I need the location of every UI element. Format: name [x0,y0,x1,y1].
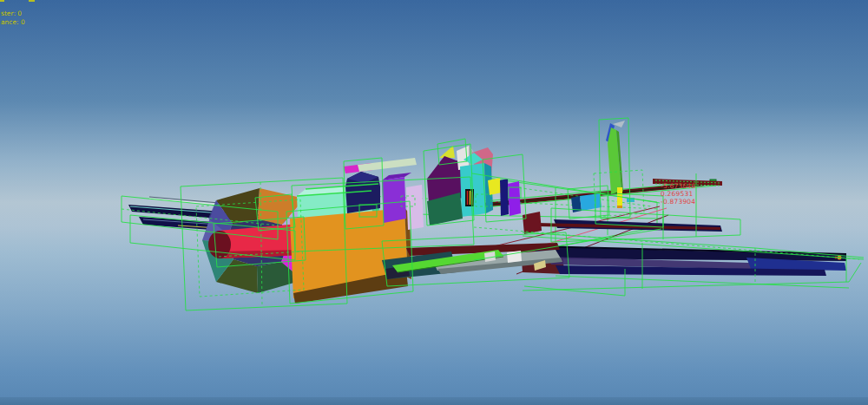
yellow-box [488,178,502,195]
coord-y: 0.269531 [661,190,693,198]
3d-viewport[interactable]: ster: 0ance: 0 -5.6736460.269531-0.87390… [0,0,868,405]
debug-line-1: ster: 0 [1,10,22,17]
debug-text-clipped [0,0,4,2]
navy-box [500,179,509,216]
debug-text-clipped [29,0,35,2]
sea-bottom-strip [0,397,868,405]
spinner-cap [208,231,231,258]
debug-text-overlay: ster: 0ance: 0 [1,10,25,26]
violet-box [382,177,406,223]
debug-line-2: ance: 0 [1,18,25,26]
coord-z: -0.873904 [661,198,695,206]
lavender-box [406,185,424,230]
aircraft-damage-model-scene [0,0,868,405]
bright-violet-box [508,181,521,216]
coordinate-annotation: -5.6736460.269531-0.873904 [661,183,695,206]
coord-x: -5.673646 [661,182,695,190]
